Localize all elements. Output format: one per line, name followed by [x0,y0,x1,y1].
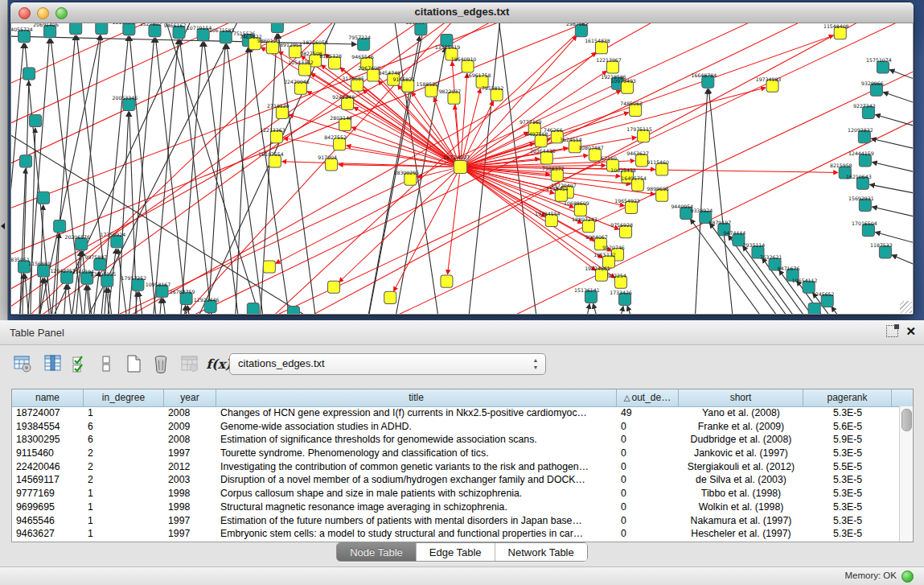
graph-node-label: 12213363 [260,127,285,133]
graph-node[interactable] [271,23,283,33]
graph-node[interactable] [247,303,259,314]
graph-node[interactable] [30,114,42,126]
network-canvas[interactable]: 2405572420691406969969514569117106552571… [11,23,913,314]
graph-node[interactable] [123,23,135,35]
graph-node-label: 19734983 [756,76,782,82]
table-scrollbar-thumb[interactable] [901,409,912,431]
graph-node-label: 20691406 [33,23,59,27]
column-header-year[interactable]: year [164,389,216,406]
window-titlebar[interactable]: citations_edges.txt [10,2,914,23]
graph-node[interactable] [441,275,453,287]
tab-edge-table[interactable]: Edge Table [416,543,495,561]
graph-node[interactable] [808,303,820,314]
table-row[interactable]: 1830029562008Estimation of significance … [12,433,900,447]
column-header-title[interactable]: title [216,389,617,406]
graph-node-label: 24055724 [11,27,33,32]
row-height-button[interactable] [95,352,117,375]
table-chooser-select[interactable]: citations_edges.txt ▲▼ [229,353,546,375]
column-header-name[interactable]: name [12,389,84,406]
close-panel-icon[interactable]: ✕ [906,326,916,337]
graph-node-label: 9146821 [392,76,415,82]
graph-node-label: 2935114 [743,242,766,248]
tab-network-table[interactable]: Network Table [495,543,587,561]
column-header-in_degree[interactable]: in_degree [84,389,164,406]
graph-node-label: 9975887 [84,254,107,260]
graph-node-label: 16495754 [621,175,647,181]
table-row[interactable]: 1872400712008Changes of HCN gene express… [12,406,900,420]
graph-node[interactable] [415,23,427,35]
table-cell-out_de: 0 [617,514,679,528]
table-cell-pagerank: 5.6E-5 [803,420,892,434]
graph-node-label: 9115460 [647,159,669,165]
table-cell-short: Wolkin et al. (1998) [679,501,803,514]
table-body[interactable]: 1872400712008Changes of HCN gene express… [12,406,900,542]
graph-edge [832,307,904,314]
column-header-pagerank[interactable]: pagerank [803,389,892,406]
table-row[interactable]: 946554611997Estimation of the future num… [12,514,900,528]
table-row[interactable]: 969969511998Structural magnetic resonanc… [12,501,900,514]
table-cell-title: Estimation of significance thresholds fo… [216,433,617,447]
table-cell-year: 2008 [164,433,216,447]
graph-node-label: 12093832 [848,127,873,133]
table-header-row[interactable]: namein_degreeyeartitle△out_de…shortpager… [12,389,913,407]
function-builder-label: f(x) [206,356,232,372]
graph-node[interactable] [328,281,340,293]
graph-edge [708,89,738,314]
table-cell-year: 1997 [164,514,216,528]
graph-node-label: 1588520 [417,81,439,87]
memory-status-label: Memory: OK [844,571,897,580]
graph-node-label: 10688609 [564,200,589,206]
graph-node-label: 9777169 [519,119,542,125]
left-frame-strip [0,0,8,320]
table-row[interactable]: 946362711997Embryonic stem cells: a mode… [12,527,900,541]
citation-network-graph[interactable]: 2405572420691406969969514569117106552571… [11,23,913,314]
graph-edge [468,167,838,173]
graph-node-label: 10719154 [187,25,212,31]
graph-node-label: 9463627 [626,150,649,156]
graph-node-label: 7463822 [240,34,262,39]
graph-node[interactable] [287,306,299,314]
table-row[interactable]: 1456911722003Disruption of a novel membe… [12,473,900,487]
import-table-button[interactable] [179,352,201,375]
resize-grip[interactable] [900,301,912,313]
graph-node-label: 3175685 [342,76,364,81]
tab-node-table[interactable]: Node Table [337,543,416,561]
table-settings-button[interactable] [11,352,34,375]
table-row[interactable]: 977716911998Corpus callosum shape and si… [12,487,900,501]
table-panel-header[interactable]: Table Panel ✕ [0,320,924,345]
function-builder-button[interactable]: f(x) [207,352,230,375]
graph-node[interactable] [263,261,275,273]
table-cell-short: Nakamura et al. (1997) [679,514,803,528]
graph-node[interactable] [23,68,35,80]
graph-node[interactable] [70,23,82,35]
table-scrollbar[interactable] [899,406,913,542]
table-row[interactable]: 2242004622012Investigating the contribut… [12,460,900,474]
delete-table-button[interactable] [150,352,172,375]
graph-node[interactable] [54,220,66,233]
column-header-out_de[interactable]: △out_de… [617,389,679,406]
graph-node-label: 12444159 [848,150,874,156]
table-cell-title: Investigating the contribution of common… [216,460,617,474]
graph-node[interactable] [20,155,32,167]
table-row[interactable]: 1938455462009Genome-wide association stu… [12,420,900,434]
float-panel-icon[interactable] [886,325,898,337]
graph-node[interactable] [96,23,108,35]
graph-edge [883,93,913,111]
panel-collapse-arrow-icon[interactable] [1,223,5,229]
status-bar: Memory: OK [0,566,924,585]
graph-node-label: 9899695 [647,186,669,192]
column-header-short[interactable]: short [679,389,803,406]
select-all-rows-button[interactable] [69,352,92,375]
graph-node-label: 2967608 [358,65,380,71]
graph-node-label: 18300295 [394,170,420,175]
new-table-button[interactable] [122,352,145,375]
table-column-button[interactable] [42,352,64,375]
network-view-window[interactable]: citations_edges.txt 24055724206914069699… [10,2,914,315]
graph-node-label: 2718129 [267,103,290,109]
table-cell-name: 18724007 [12,406,84,420]
table-row[interactable]: 911546021997Tourette syndrome. Phenomeno… [12,447,900,460]
graph-node[interactable] [384,291,396,303]
table-panel: Table Panel ✕ f(x) citat [0,320,924,585]
graph-node[interactable] [38,192,50,204]
graph-node[interactable] [454,160,466,173]
